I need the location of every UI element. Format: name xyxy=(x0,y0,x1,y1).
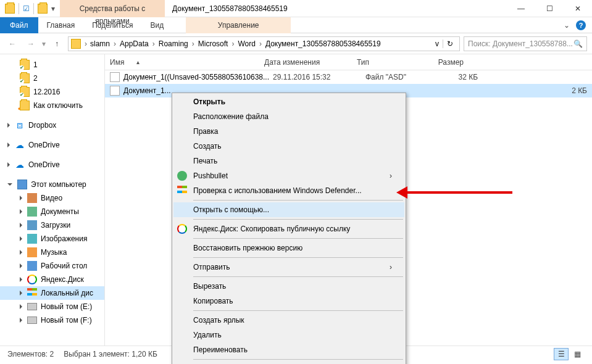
help-icon[interactable]: ? xyxy=(576,20,586,30)
separator xyxy=(193,238,403,239)
chevron-right-icon[interactable]: › xyxy=(151,39,157,48)
tab-home[interactable]: Главная xyxy=(38,17,84,33)
expand-icon xyxy=(20,223,22,228)
expand-icon xyxy=(20,263,22,268)
refresh-button[interactable]: ↻ xyxy=(443,39,457,48)
forward-button[interactable]: → xyxy=(23,36,38,51)
nav-onedrive-2[interactable]: ☁OneDrive xyxy=(0,158,104,172)
ctx-yandex-disk[interactable]: Яндекс.Диск: Скопировать публичную ссылк… xyxy=(173,221,404,236)
tab-manage[interactable]: Управление xyxy=(186,17,291,33)
ctx-new[interactable]: Создать xyxy=(173,139,404,154)
ctx-print[interactable]: Печать xyxy=(173,154,404,168)
nav-volume-e[interactable]: Новый том (E:) xyxy=(0,300,104,313)
expand-icon xyxy=(20,236,22,241)
tab-share[interactable]: Поделиться xyxy=(83,17,141,33)
search-input[interactable]: Поиск: Документ_130558788... 🔍 xyxy=(464,36,587,51)
breadcrumb-segment[interactable]: Roaming xyxy=(157,39,190,48)
breadcrumb-segment[interactable]: Word xyxy=(236,39,257,48)
separator xyxy=(193,359,403,360)
folder-icon xyxy=(20,87,30,97)
nav-pinned-1[interactable]: 1 xyxy=(0,58,104,72)
ctx-create-shortcut[interactable]: Создать ярлык xyxy=(173,313,404,328)
qat-customize-caret[interactable]: ▾ xyxy=(51,4,55,13)
minimize-button[interactable]: — xyxy=(507,0,535,17)
nav-pinned-3[interactable]: 12.2016 xyxy=(0,85,104,99)
ctx-cut[interactable]: Вырезать xyxy=(173,279,404,294)
collapse-icon xyxy=(7,183,12,186)
nav-desktop[interactable]: Рабочий стол xyxy=(0,259,104,273)
downloads-icon xyxy=(27,220,37,230)
ctx-delete[interactable]: Удалить xyxy=(173,328,404,342)
col-date[interactable]: Дата изменения xyxy=(259,58,352,67)
chevron-right-icon[interactable]: › xyxy=(230,39,236,48)
qat-newfolder-icon[interactable] xyxy=(38,4,48,14)
maximize-button[interactable]: ☐ xyxy=(535,0,564,17)
nav-this-pc[interactable]: Этот компьютер xyxy=(0,178,104,191)
chevron-right-icon[interactable]: › xyxy=(257,39,264,48)
ctx-open-with[interactable]: Открыть с помощью... xyxy=(173,202,404,217)
qat-properties-icon[interactable]: ☑ xyxy=(23,4,30,13)
view-switcher: ☰ ▦ xyxy=(554,348,585,360)
nav-downloads[interactable]: Загрузки xyxy=(0,218,104,232)
yadisk-icon xyxy=(27,275,37,284)
breadcrumb-segment[interactable]: Microsoft xyxy=(196,39,230,48)
submenu-arrow-icon: › xyxy=(390,263,392,271)
ctx-rename[interactable]: Переименовать xyxy=(173,342,404,357)
ribbon-expand-caret[interactable]: ⌄ xyxy=(564,21,570,30)
separator xyxy=(19,3,19,14)
nav-dropbox[interactable]: ⧈Dropbox xyxy=(0,118,104,132)
chevron-right-icon[interactable]: › xyxy=(190,39,196,48)
close-button[interactable]: ✕ xyxy=(564,0,592,17)
expand-icon xyxy=(20,250,22,255)
breadcrumb-segment[interactable]: Документ_1305587880538465519 xyxy=(264,39,383,48)
history-caret[interactable]: ▾ xyxy=(42,39,46,48)
nav-yandex-disk[interactable]: Яндекс.Диск xyxy=(0,273,104,286)
nav-onedrive[interactable]: ☁OneDrive xyxy=(0,138,104,152)
drive-icon xyxy=(27,303,37,310)
chevron-right-icon[interactable]: › xyxy=(112,39,118,48)
pushbullet-icon xyxy=(177,171,187,181)
sort-asc-icon: ▴ xyxy=(136,59,140,65)
col-name[interactable]: Имя▴ xyxy=(105,58,259,67)
nav-pinned-4[interactable]: Как отключить xyxy=(0,99,104,112)
tab-view[interactable]: Вид xyxy=(141,17,172,33)
ctx-properties[interactable]: Свойства xyxy=(173,362,404,364)
back-button[interactable]: ← xyxy=(5,36,20,51)
view-icons-button[interactable]: ▦ xyxy=(570,348,585,360)
nav-pane[interactable]: 1 2 12.2016 Как отключить ⧈Dropbox ☁OneD… xyxy=(0,54,105,345)
dropbox-icon: ⧈ xyxy=(15,120,25,130)
col-size[interactable]: Размер xyxy=(420,58,469,67)
nav-pictures[interactable]: Изображения xyxy=(0,232,104,246)
file-tab[interactable]: Файл xyxy=(0,17,38,33)
history-chevron[interactable]: v xyxy=(431,39,443,48)
ctx-file-location[interactable]: Расположение файла xyxy=(173,109,404,124)
music-icon xyxy=(27,247,37,257)
ctx-pushbullet[interactable]: Pushbullet› xyxy=(173,168,404,183)
breadcrumb-segment[interactable]: slamn xyxy=(88,39,112,48)
nav-volume-f[interactable]: Новый том (F:) xyxy=(0,313,104,327)
nav-videos[interactable]: Видео xyxy=(0,191,104,205)
up-button[interactable]: ↑ xyxy=(49,36,64,51)
nav-music[interactable]: Музыка xyxy=(0,246,104,259)
ctx-open[interactable]: Открыть xyxy=(173,94,404,109)
ctx-copy[interactable]: Копировать xyxy=(173,294,404,308)
view-details-button[interactable]: ☰ xyxy=(554,348,569,360)
col-type[interactable]: Тип xyxy=(352,58,420,67)
folder-icon xyxy=(20,101,30,110)
ctx-send-to[interactable]: Отправить› xyxy=(173,260,404,275)
nav-documents[interactable]: Документы xyxy=(0,205,104,218)
chevron-right-icon[interactable]: › xyxy=(83,39,88,48)
file-row[interactable]: Документ_1((Unsaved-305588053610638... 2… xyxy=(105,70,592,84)
breadcrumb[interactable]: › slamn› AppData› Roaming› Microsoft› Wo… xyxy=(68,36,460,51)
ctx-restore-previous[interactable]: Восстановить прежнюю версию xyxy=(173,241,404,255)
search-placeholder: Поиск: Документ_130558788... xyxy=(468,39,573,48)
nav-local-disk[interactable]: Локальный дис xyxy=(0,286,104,300)
onedrive-icon: ☁ xyxy=(15,160,25,170)
nav-pinned-2[interactable]: 2 xyxy=(0,72,104,85)
ctx-edit[interactable]: Правка xyxy=(173,124,404,139)
breadcrumb-segment[interactable]: AppData xyxy=(118,39,151,48)
ctx-defender[interactable]: Проверка с использованием Windows Defend… xyxy=(173,183,404,198)
separator xyxy=(193,276,403,277)
file-size: 2 КБ xyxy=(543,86,592,95)
file-icon xyxy=(110,72,120,82)
